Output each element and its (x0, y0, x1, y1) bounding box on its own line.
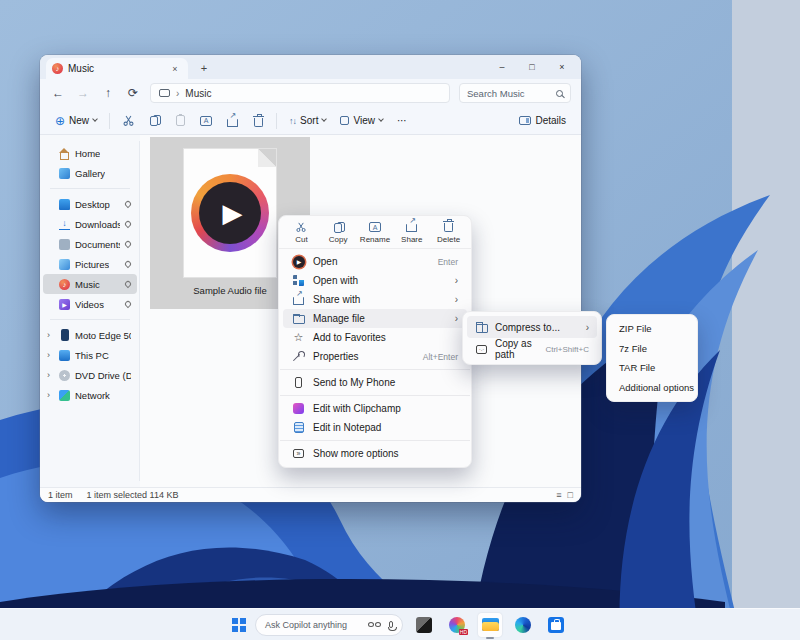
sidebar-item-pictures[interactable]: Pictures (43, 254, 137, 274)
taskbar: Ask Copilot anything (0, 608, 800, 640)
menu-item-share-with[interactable]: Share with › (283, 290, 467, 309)
sidebar-item-dvd-drive[interactable]: › DVD Drive (D:) CCC (43, 365, 137, 385)
sidebar-item-this-pc[interactable]: › This PC (43, 345, 137, 365)
menu-item-properties[interactable]: Properties Alt+Enter (283, 347, 467, 366)
tab-close-icon[interactable]: × (168, 62, 182, 76)
copilot-vision-icon[interactable] (368, 622, 381, 627)
copy-command[interactable]: Copy (320, 221, 356, 244)
expand-chevron-icon[interactable]: › (47, 390, 54, 400)
navigation-bar: ← → ↑ ⟳ › Music Search Music (40, 79, 581, 107)
taskbar-hd-app-icon[interactable] (445, 613, 469, 637)
sidebar-item-videos[interactable]: ▶ Videos (43, 294, 137, 314)
search-input[interactable]: Search Music (459, 83, 571, 103)
items-count: 1 item (48, 490, 73, 500)
delete-button[interactable] (247, 110, 269, 132)
clipchamp-icon (293, 403, 304, 414)
sidebar-item-downloads[interactable]: ↓ Downloads (43, 214, 137, 234)
submenu-chevron-icon: › (455, 294, 458, 305)
breadcrumb-chevron-icon: › (176, 88, 179, 99)
command-label: Cut (295, 235, 307, 244)
menu-item-label: Compress to... (495, 322, 560, 333)
list-view-toggle[interactable]: ≡ (556, 490, 561, 500)
submenu-item-7z-file[interactable]: 7z File (610, 339, 694, 359)
submenu-item-tar-file[interactable]: TAR File (610, 358, 694, 378)
view-button[interactable]: View (335, 110, 388, 132)
new-button[interactable]: ⊕ New (50, 110, 102, 132)
menu-item-edit-with-clipchamp[interactable]: Edit with Clipchamp (283, 399, 467, 418)
shortcut-hint: Enter (438, 257, 458, 267)
up-button[interactable]: ↑ (100, 86, 116, 100)
maximize-button[interactable]: □ (517, 55, 547, 79)
start-button[interactable] (232, 618, 246, 632)
this-pc-icon (59, 350, 70, 361)
play-icon: ▶ (199, 182, 261, 244)
details-pane-button[interactable]: Details (514, 110, 571, 132)
submenu-item-copy-as-path[interactable]: Copy as path Ctrl+Shift+C (467, 338, 597, 360)
menu-item-edit-in-notepad[interactable]: Edit in Notepad (283, 418, 467, 437)
see-more-button[interactable]: ⋯ (392, 110, 412, 132)
close-button[interactable]: × (547, 55, 577, 79)
taskbar-edge-icon[interactable] (511, 613, 535, 637)
expand-chevron-icon[interactable]: › (47, 330, 54, 340)
rename-command[interactable]: Rename (357, 221, 393, 244)
show-more-icon (293, 449, 304, 458)
menu-item-add-to-favorites[interactable]: ☆ Add to Favorites (283, 328, 467, 347)
copilot-search-input[interactable]: Ask Copilot anything (255, 614, 403, 636)
address-bar[interactable]: › Music (150, 83, 450, 103)
compress-folder-icon (476, 324, 488, 333)
sidebar-item-network[interactable]: › Network (43, 385, 137, 405)
sidebar-item-label: DVD Drive (D:) CCC (75, 370, 131, 381)
forward-button[interactable]: → (75, 86, 91, 100)
copy-button[interactable] (143, 110, 165, 132)
expand-chevron-icon[interactable]: › (47, 350, 54, 360)
expand-chevron-icon[interactable]: › (47, 370, 54, 380)
taskbar-store-icon[interactable] (544, 613, 568, 637)
desktop: ♪ Music × + – □ × ← → ↑ ⟳ › Music Searc (0, 0, 800, 640)
chevron-down-icon (378, 116, 384, 122)
gallery-icon (59, 168, 70, 179)
cut-button[interactable] (117, 110, 139, 132)
menu-item-label: Additional options (619, 382, 694, 393)
menu-item-open[interactable]: ▶ Open Enter (283, 252, 467, 271)
menu-item-label: Send to My Phone (313, 377, 395, 388)
details-pane-icon (519, 116, 531, 125)
share-button[interactable] (221, 110, 243, 132)
chevron-down-icon (322, 116, 328, 122)
share-command[interactable]: Share (394, 221, 430, 244)
new-plus-icon: ⊕ (55, 114, 65, 128)
tab-title: Music (68, 63, 94, 74)
menu-item-send-to-my-phone[interactable]: Send to My Phone (283, 373, 467, 392)
sidebar-item-desktop[interactable]: Desktop (43, 194, 137, 214)
rename-button[interactable] (195, 110, 217, 132)
back-button[interactable]: ← (50, 86, 66, 100)
trash-icon (254, 118, 263, 127)
cut-command[interactable]: Cut (283, 221, 319, 244)
window-controls: – □ × (487, 55, 577, 79)
sort-button[interactable]: ↑↓ Sort (284, 110, 331, 132)
menu-item-manage-file[interactable]: Manage file › (283, 309, 467, 328)
microphone-icon[interactable] (389, 621, 393, 628)
menu-item-show-more-options[interactable]: Show more options (283, 444, 467, 463)
sidebar-item-moto-edge[interactable]: › Moto Edge 50 Neo (43, 325, 137, 345)
submenu-item-additional-options[interactable]: Additional options (610, 378, 694, 398)
desktop-icon (59, 199, 70, 210)
documents-icon (59, 239, 70, 250)
delete-command[interactable]: Delete (431, 221, 467, 244)
minimize-button[interactable]: – (487, 55, 517, 79)
sidebar-item-home[interactable]: Home (43, 143, 137, 163)
refresh-button[interactable]: ⟳ (125, 86, 141, 100)
pin-icon (124, 280, 132, 288)
submenu-item-zip-file[interactable]: ZIP File (610, 319, 694, 339)
taskbar-dark-app-icon[interactable] (412, 613, 436, 637)
new-tab-button[interactable]: + (196, 60, 212, 76)
sidebar-item-documents[interactable]: Documents (43, 234, 137, 254)
icons-view-toggle[interactable]: □ (568, 490, 573, 500)
menu-item-open-with[interactable]: Open with › (283, 271, 467, 290)
submenu-item-compress-to[interactable]: Compress to... › (467, 316, 597, 338)
paste-button[interactable] (169, 110, 191, 132)
taskbar-file-explorer-icon[interactable] (478, 613, 502, 637)
sidebar-item-gallery[interactable]: Gallery (43, 163, 137, 183)
menu-item-label: ZIP File (619, 323, 652, 334)
tab-music[interactable]: ♪ Music × (46, 58, 188, 79)
sidebar-item-music[interactable]: ♪ Music (43, 274, 137, 294)
